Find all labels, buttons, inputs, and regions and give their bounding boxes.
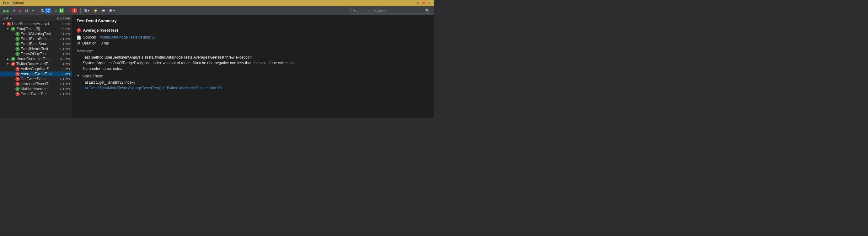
search-icon: 🔍 (425, 8, 430, 13)
test-tree-panel: Test ▲ Duration ✕ UserSentimentAnalysis.… (0, 15, 72, 118)
tree-item-tears[interactable]: ✔ TearsOfJoyTest 1 ms (0, 52, 72, 57)
sort-icon: ▲ (9, 16, 12, 20)
tree-item-duration-gettweet: < 1 ms (53, 77, 72, 81)
tree-item-label-average: AverageTweetTest (21, 72, 53, 76)
run-dropdown-button[interactable]: ▾ (12, 8, 17, 13)
tree-item-special[interactable]: ✔ EmojiExtraSpecialCharatersTest < 1 ms (0, 36, 72, 41)
status-icon-gettweet: ✕ (16, 77, 20, 81)
flask-button[interactable]: ⚗ 17 (39, 7, 52, 14)
expand-clothing-icon (10, 32, 14, 36)
tree-item-label-parse: ParseTweetTest (21, 92, 53, 96)
status-icon-special: ✔ (16, 37, 20, 41)
detail-panel-title: Test Detail Summary (76, 19, 430, 25)
tree-item-duration-multiple: < 1 ms (53, 87, 72, 91)
tree-item-average[interactable]: ✕ AverageTweetTest 3 ms (0, 71, 72, 76)
toolbar: ▶ ▾ ■ ↺ ▾ ⚗ 17 ✔ 12 ✕ 5 (0, 6, 434, 15)
tree-item-label-historical: HistoricalTweetTest (21, 82, 53, 86)
refresh-dropdown-button[interactable]: ▾ (31, 8, 35, 13)
status-icon-twitter: ✕ (11, 62, 16, 66)
tree-item-twitter[interactable]: ✕ TwitterDataModelTests (6) 61 ms (0, 61, 72, 66)
tree-item-parse[interactable]: ✕ ParseTweetTest < 1 ms (0, 92, 72, 97)
pass-icon: ✔ (55, 8, 58, 13)
fail-badge: 5 (72, 8, 77, 13)
expand-average-icon (10, 72, 14, 76)
tree-item-label-emoji: EmojiTests (5) (16, 27, 53, 31)
playlist-dropdown-icon: ▾ (88, 9, 89, 12)
detail-duration-row: ⏱ Duration: 3 ms (76, 41, 430, 46)
detail-source-link[interactable]: TwitterDataModelTests.cs line: 56 (99, 35, 155, 39)
detail-source-label: Source: (83, 35, 96, 39)
pin-button[interactable]: 📌 (422, 1, 426, 5)
detail-stack-line1: at List`1.get_Item(Int32 index) (85, 79, 430, 85)
list-button[interactable]: ☰ (100, 7, 107, 14)
col-test-header[interactable]: Test ▲ (2, 16, 51, 20)
pass-filter-button[interactable]: ✔ 12 (53, 7, 66, 14)
detail-message-title-label: Message: (76, 49, 93, 53)
tree-item-root[interactable]: ✕ UserSentimentAnalysis.Tests (17) 1 sec (0, 21, 72, 26)
detail-doc-icon: 📄 (76, 35, 81, 40)
close-button[interactable]: × (427, 1, 432, 5)
tree-item-duration-twitter: 61 ms (53, 62, 72, 66)
tree-item-label-hearts: EmojiHeartsTest (21, 47, 53, 51)
tree-item-duration-special: < 1 ms (53, 37, 72, 41)
search-box[interactable]: 🔍 (350, 8, 432, 13)
status-icon-hearts: ✔ (16, 47, 20, 51)
tree-item-duration-hearts: < 1 ms (53, 47, 72, 51)
total-badge: 17 (45, 8, 51, 13)
tree-item-emoji[interactable]: ✔ EmojiTests (5) 33 ms (0, 26, 72, 31)
float-button[interactable]: ▾ (416, 1, 420, 5)
tree-item-duration-emoji: 33 ms (53, 27, 72, 31)
detail-message-line1: Test method UserSentimentAnalysis.Tests.… (83, 55, 430, 60)
search-input[interactable] (353, 8, 425, 13)
lightning-button[interactable]: ⚡ (92, 7, 99, 14)
tree-item-historical[interactable]: ✕ HistoricalTweetTest < 1 ms (0, 81, 72, 87)
tree-item-face[interactable]: ✔ EmojiFaceSearchTest 1 ms (0, 41, 72, 46)
detail-stack-title-label: Stack Trace: (82, 74, 103, 78)
tree-item-duration-active: 58 ms (53, 67, 72, 71)
pass-badge: 12 (59, 8, 64, 13)
tree-item-duration-face: 1 ms (53, 42, 72, 46)
refresh-icon: ↺ (25, 8, 29, 13)
detail-status-icon: ✕ (76, 28, 81, 33)
expand-active-icon (10, 67, 14, 71)
tree-item-label-tears: TearsOfJoyTest (21, 52, 53, 56)
tree-item-label-active: ActiveCognitiveServiceTest (21, 67, 53, 71)
play-icon: ▶ (3, 8, 10, 13)
tree-item-duration-average: 3 ms (53, 72, 72, 76)
playlist-button[interactable]: ⊞ ▾ (82, 7, 91, 14)
refresh-button[interactable]: ↺ (23, 7, 30, 14)
expand-tears-icon (10, 52, 14, 56)
expand-twitter-icon (6, 62, 10, 66)
tree-item-multiple[interactable]: ✔ MultipleAverageTweetTest < 1 ms (0, 87, 72, 92)
tree-item-gettweet[interactable]: ✕ GetTweetSentimentTest < 1 ms (0, 76, 72, 81)
col-test-label: Test (2, 16, 8, 20)
expand-historical-icon (10, 82, 14, 86)
flask-icon: ⚗ (40, 8, 44, 13)
detail-stack-title-row: ▼ Stack Trace: (76, 74, 430, 78)
expand-emoji-icon (6, 27, 10, 31)
tree-item-label-gettweet: GetTweetSentimentTest (21, 77, 53, 81)
stop-button[interactable]: ■ (17, 7, 23, 14)
tree-item-active[interactable]: ✕ ActiveCognitiveServiceTest 58 ms (0, 66, 72, 71)
detail-message-line2: System.ArgumentOutOfRangeException: Inde… (83, 60, 430, 66)
detail-stack-link[interactable]: at TwitterDataModelTests.AverageTweetTes… (85, 86, 222, 90)
status-icon-active: ✕ (16, 67, 20, 71)
status-icon-home: ✔ (11, 57, 16, 61)
tree-item-home[interactable]: ✔ HomeControllerTests (6) 942 ms (0, 57, 72, 61)
tree-item-clothing[interactable]: ✔ EmojiClothingTest 31 ms (0, 31, 72, 36)
tree-item-hearts[interactable]: ✔ EmojiHeartsTest < 1 ms (0, 46, 72, 52)
tree-header: Test ▲ Duration (0, 15, 72, 21)
detail-stack-content: at List`1.get_Item(Int32 index) at Twitt… (76, 79, 430, 91)
stack-collapse-icon[interactable]: ▼ (76, 74, 80, 77)
run-button[interactable]: ▶ (2, 7, 11, 14)
expand-face-icon (10, 42, 14, 46)
detail-message-body: Test method UserSentimentAnalysis.Tests.… (76, 55, 430, 71)
fail-icon: ✕ (68, 8, 71, 13)
gear-button[interactable]: ⚙ ▾ (107, 7, 117, 14)
fail-filter-button[interactable]: ✕ 5 (66, 7, 79, 14)
detail-test-name-row: ✕ AverageTweetTest (76, 28, 430, 33)
run-dropdown-icon: ▾ (13, 9, 15, 12)
tree-scroll[interactable]: ✕ UserSentimentAnalysis.Tests (17) 1 sec… (0, 21, 72, 118)
status-icon-root: ✕ (7, 22, 11, 26)
expand-multiple-icon (10, 87, 14, 91)
